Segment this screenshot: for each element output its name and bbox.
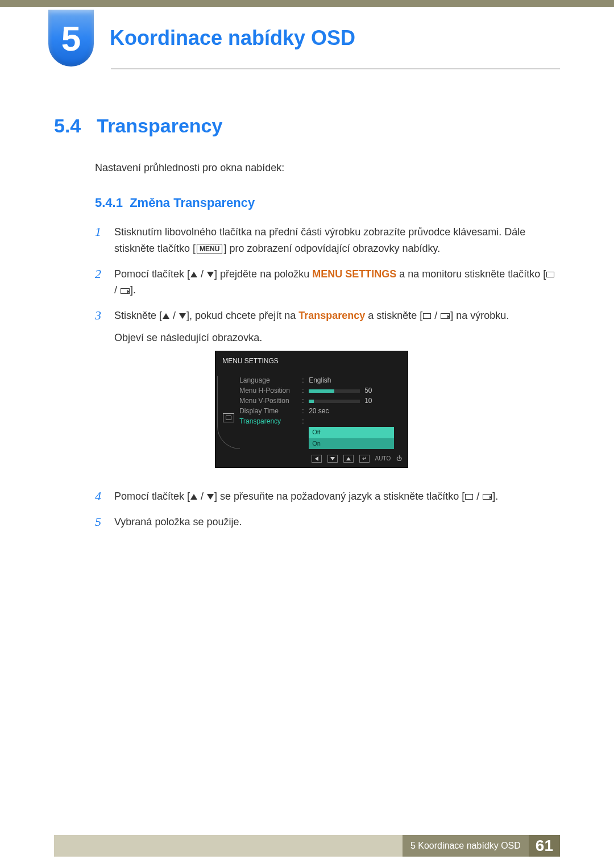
osd-curve-line: [217, 376, 240, 449]
osd-back-icon: [312, 455, 322, 463]
step-text: Stiskněte [ / ], pokud chcete přejít na …: [114, 308, 509, 479]
step-number: 3: [95, 308, 106, 479]
osd-screenshot: MENU SETTINGS Language : English: [215, 351, 408, 468]
footer-chapter-label: 5 Koordinace nabídky OSD: [403, 835, 529, 857]
rect-icon: [423, 313, 431, 319]
osd-slider: [309, 389, 360, 393]
step-3-note: Objeví se následující obrazovka.: [114, 330, 509, 346]
rect-icon: [546, 272, 554, 277]
step-3: 3 Stiskněte [ / ], pokud chcete přejít n…: [95, 308, 560, 479]
osd-auto-label: AUTO: [375, 455, 391, 463]
step-number: 1: [95, 224, 106, 257]
step-text: Stisknutím libovolného tlačítka na předn…: [114, 224, 560, 257]
osd-slider: [309, 400, 360, 403]
subsection-title: Změna Transparency: [130, 196, 255, 210]
step-text: Pomocí tlačítek [ / ] se přesuňte na pož…: [114, 488, 498, 505]
osd-power-icon: ⏻: [396, 455, 402, 463]
section-number: 5.4: [54, 115, 81, 137]
rect-icon: [465, 494, 473, 500]
osd-option-off: Off: [309, 427, 394, 438]
transparency-label: Transparency: [298, 310, 365, 321]
footer-page-number: 61: [529, 835, 560, 857]
osd-row-transparency: Transparency :: [239, 417, 402, 427]
section-intro: Nastavení průhlednosti pro okna nabídek:: [95, 162, 560, 174]
page-content: 5.4 Transparency Nastavení průhlednosti …: [0, 115, 614, 530]
step-text: Vybraná položka se použije.: [114, 514, 242, 530]
footer-bar-fill: [54, 835, 403, 857]
step-text: Pomocí tlačítek [ / ] přejděte na položk…: [114, 266, 560, 299]
osd-row-displaytime: Display Time : 20 sec: [239, 406, 402, 417]
section-heading: 5.4 Transparency: [54, 115, 560, 137]
step-number: 4: [95, 488, 106, 505]
rect-enter-icon: [483, 494, 492, 500]
osd-body: Language : English Menu H-Position : 50: [215, 371, 408, 451]
chapter-header: 5 Koordinace nabídky OSD: [0, 7, 614, 69]
rect-enter-icon: [441, 313, 450, 319]
section-title: Transparency: [97, 115, 222, 137]
header-underline: [111, 68, 560, 69]
step-2: 2 Pomocí tlačítek [ / ] přejděte na polo…: [95, 266, 560, 299]
menu-settings-label: MENU SETTINGS: [312, 268, 396, 280]
subsection-heading: 5.4.1 Změna Transparency: [95, 196, 560, 210]
osd-category-icon: [223, 413, 234, 422]
menu-button-label: MENU: [197, 244, 222, 254]
osd-down-icon: [327, 455, 338, 463]
page-footer: 5 Koordinace nabídky OSD 61: [0, 835, 614, 857]
osd-title: MENU SETTINGS: [215, 351, 408, 371]
osd-up-icon: [343, 455, 354, 463]
chapter-title: Koordinace nabídky OSD: [110, 26, 355, 50]
arrow-down-icon: [207, 272, 214, 277]
arrow-up-icon: [190, 494, 197, 500]
subsection-number: 5.4.1: [95, 196, 123, 210]
osd-enter-icon: ↵: [359, 455, 370, 463]
osd-row-hpos: Menu H-Position : 50: [239, 386, 402, 396]
osd-row-vpos: Menu V-Position : 10: [239, 396, 402, 406]
step-number: 2: [95, 266, 106, 299]
arrow-up-icon: [163, 313, 169, 319]
osd-rows: Language : English Menu H-Position : 50: [239, 376, 402, 449]
step-5: 5 Vybraná položka se použije.: [95, 514, 560, 530]
step-4: 4 Pomocí tlačítek [ / ] se přesuňte na p…: [95, 488, 560, 505]
arrow-down-icon: [207, 494, 214, 500]
rect-enter-icon: [121, 288, 130, 294]
step-1: 1 Stisknutím libovolného tlačítka na pře…: [95, 224, 560, 257]
top-bar: [0, 0, 614, 7]
arrow-up-icon: [190, 272, 197, 277]
steps-list: 1 Stisknutím libovolného tlačítka na pře…: [95, 224, 560, 530]
osd-row-language: Language : English: [239, 376, 402, 386]
osd-option-on: On: [309, 438, 394, 450]
osd-left-rail: [221, 376, 236, 449]
osd-bottom-bar: ↵ AUTO ⏻: [215, 451, 408, 467]
step-number: 5: [95, 514, 106, 530]
osd-transparency-dropdown: Off On: [309, 427, 394, 449]
arrow-down-icon: [179, 313, 186, 319]
chapter-number-badge: 5: [48, 10, 94, 67]
